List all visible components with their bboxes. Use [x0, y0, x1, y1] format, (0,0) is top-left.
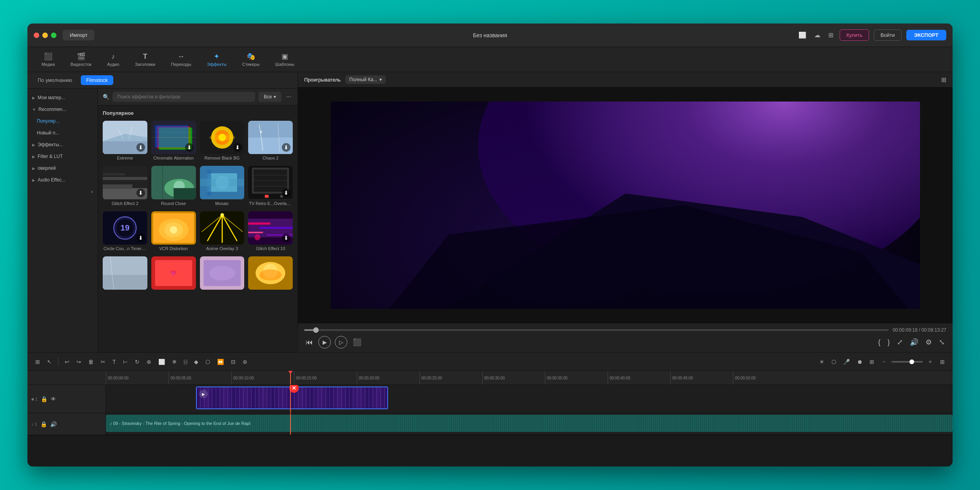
tl-redo-icon[interactable]: ↪	[74, 357, 83, 367]
tl-speed-icon[interactable]: ⏩	[215, 357, 226, 367]
audio-mix-icon[interactable]: 🔊	[908, 336, 920, 348]
crop-icon[interactable]: ⤡	[937, 336, 946, 348]
sidebar-item-recommended[interactable]: ▼ Recommen...	[27, 103, 98, 115]
tl-layout-icon[interactable]: ⊞	[938, 357, 947, 367]
tl-pip-icon[interactable]: ⊞	[867, 357, 877, 367]
fullscreen-button[interactable]: ⤢	[895, 336, 904, 348]
zoom-slider[interactable]	[891, 361, 923, 363]
tl-select-icon[interactable]: ↖	[45, 357, 54, 367]
tl-grid-icon[interactable]: ⊞	[33, 357, 42, 367]
effect-card-remove-bg[interactable]: ⬇ Remove Black BG	[200, 121, 245, 162]
tl-ai-icon[interactable]: ⊛	[240, 357, 250, 367]
toolbar-item-transitions[interactable]: ↔ Переходы	[165, 50, 198, 69]
audio-clip[interactable]: ♪ 09 - Stravinsky - The Rite of Spring -…	[106, 415, 953, 432]
tl-trim-icon[interactable]: ⊢	[121, 357, 130, 367]
tl-zoom-in-icon[interactable]: ＋	[925, 357, 935, 367]
effect-card-vcr[interactable]: VCR Distortion	[151, 211, 196, 252]
toolbar-item-videostock[interactable]: 🎬 Видеосток	[64, 50, 98, 69]
tl-keyframe-icon[interactable]: ⬡	[203, 357, 212, 367]
sidebar-item-effects-cat[interactable]: ▶ Эффекты...	[27, 139, 98, 151]
toolbar-item-templates[interactable]: ▣ Шаблоны	[269, 50, 301, 69]
audio-icon: ♪	[111, 53, 115, 61]
tl-cut-icon[interactable]: ✂	[98, 357, 108, 367]
sidebar-item-new[interactable]: Новый п...	[27, 127, 98, 139]
more-options-button[interactable]: ···	[285, 92, 293, 102]
effect-card-partial4[interactable]	[248, 256, 293, 293]
filter-dropdown[interactable]: Все ▾	[258, 92, 281, 102]
effect-card-glitch2[interactable]: ⬇ Glitch Effect 2	[103, 166, 147, 207]
track-visibility-icon[interactable]: 👁	[51, 396, 56, 402]
toolbar-item-audio[interactable]: ♪ Аудио	[101, 50, 125, 69]
maximize-window-button[interactable]	[51, 33, 56, 38]
scrubber-track[interactable]	[304, 329, 889, 331]
effect-card-round-close[interactable]: Round Close	[151, 166, 196, 207]
tl-zoom-out-icon[interactable]: －	[879, 357, 889, 367]
audio-track-body[interactable]: ♪ 09 - Stravinsky - The Rite of Spring -…	[106, 413, 953, 435]
tl-mask-icon[interactable]: ⊟	[229, 357, 238, 367]
export-button[interactable]: ЭКСПОРТ	[906, 30, 946, 40]
tl-copy-icon[interactable]: ⊕	[144, 357, 154, 367]
sidebar-collapse-btn[interactable]: ‹	[27, 186, 98, 198]
effect-card-partial3[interactable]	[200, 256, 245, 293]
effect-card-partial1[interactable]	[103, 256, 147, 293]
tl-shield-icon[interactable]: ⬡	[829, 357, 838, 367]
grid-view-icon[interactable]: ⊞	[827, 30, 835, 40]
effect-card-extreme[interactable]: ⬇ Extreme	[103, 121, 147, 162]
sidebar-item-overlay[interactable]: ▶ оверлей	[27, 162, 98, 174]
toolbar-item-media[interactable]: ⬛ Медиа	[35, 50, 61, 69]
preview-expand-icon[interactable]: ⊞	[941, 76, 946, 83]
buy-button[interactable]: Купить	[840, 29, 869, 41]
audio-volume-icon[interactable]: 🔊	[50, 421, 57, 427]
toolbar-item-effects[interactable]: ✦ Эффекты	[201, 50, 233, 69]
tl-delete-icon[interactable]: 🗑	[86, 357, 96, 367]
mark-in-button[interactable]: {	[877, 337, 882, 348]
step-back-button[interactable]: ⏮	[304, 337, 314, 348]
mark-out-button[interactable]: }	[886, 337, 891, 348]
quality-selector[interactable]: Полный Ка... ▾	[345, 75, 386, 84]
tl-undo-icon[interactable]: ↩	[62, 357, 72, 367]
title-right-controls: ⬜ ☁ ⊞ Купить Войти ЭКСПОРТ	[797, 29, 946, 41]
tl-freeze-icon[interactable]: ❄	[170, 357, 179, 367]
sidebar-item-popular[interactable]: Популяр...	[27, 115, 98, 127]
tl-color-icon[interactable]: ◆	[192, 357, 201, 367]
effect-card-chromatic[interactable]: ⬇ Chromatic Aberration	[151, 121, 196, 162]
stop-button[interactable]: ⬛	[351, 336, 363, 348]
tl-mic-icon[interactable]: 🎤	[841, 357, 852, 367]
effect-card-partial2[interactable]: 💗	[151, 256, 196, 293]
video-track-body[interactable]: ▶ ✕	[106, 385, 953, 413]
tab-player[interactable]: Проигрыватель	[304, 77, 341, 83]
sidebar-item-audio-effects[interactable]: ▶ Audio Effec...	[27, 174, 98, 186]
tl-split-icon[interactable]: ⌸	[181, 357, 189, 367]
effect-card-circle-timer[interactable]: 19 ⬇ Circle Cou...n Timer 07	[103, 211, 147, 252]
current-time: 00:00:09:18	[893, 327, 917, 333]
tl-record-icon[interactable]: ⏺	[855, 357, 865, 367]
audio-lock-icon[interactable]: 🔒	[40, 421, 47, 427]
close-window-button[interactable]	[34, 33, 39, 38]
track-lock-icon[interactable]: 🔒	[41, 396, 47, 402]
login-button[interactable]: Войти	[874, 29, 901, 41]
settings-playback-icon[interactable]: ⚙	[924, 336, 933, 348]
import-button[interactable]: Импорт	[63, 30, 94, 40]
effect-card-anime3[interactable]: Anime Overlay 3	[200, 211, 245, 252]
sidebar-item-filter-lut[interactable]: ▶ Filter & LUT	[27, 151, 98, 162]
effect-card-chaos2[interactable]: ⬇ Chaos 2	[248, 121, 293, 162]
effect-card-mosaic[interactable]: Mosaic	[200, 166, 245, 207]
search-input[interactable]	[113, 92, 255, 102]
tl-crop-tl-icon[interactable]: ⬜	[156, 357, 167, 367]
tl-text-icon[interactable]: T	[110, 357, 118, 367]
toolbar-item-stickers[interactable]: 🎭 Стикеры	[236, 50, 266, 69]
effect-card-tv-retro[interactable]: ⬇ TV Retro E...Overlay 08	[248, 166, 293, 207]
play-full-button[interactable]: ▷	[335, 336, 347, 348]
play-button[interactable]: ▶	[318, 336, 331, 348]
effect-card-glitch10[interactable]: ⬇ Glitch Effect 10	[248, 211, 293, 252]
sidebar-item-my-materials[interactable]: ▶ Мои матер...	[27, 92, 98, 103]
toolbar-item-titles[interactable]: T Заголовки	[129, 50, 162, 69]
tab-default[interactable]: По умолчанию	[32, 75, 78, 85]
video-track-number: ■ 1	[31, 397, 38, 401]
screen-layout-icon[interactable]: ⬜	[797, 30, 808, 40]
tl-sun-icon[interactable]: ☀	[817, 357, 827, 367]
minimize-window-button[interactable]	[42, 33, 48, 38]
tl-rotate-icon[interactable]: ↻	[132, 357, 142, 367]
cloud-upload-icon[interactable]: ☁	[813, 30, 822, 40]
tab-filmstock[interactable]: Filmstock	[81, 75, 113, 85]
